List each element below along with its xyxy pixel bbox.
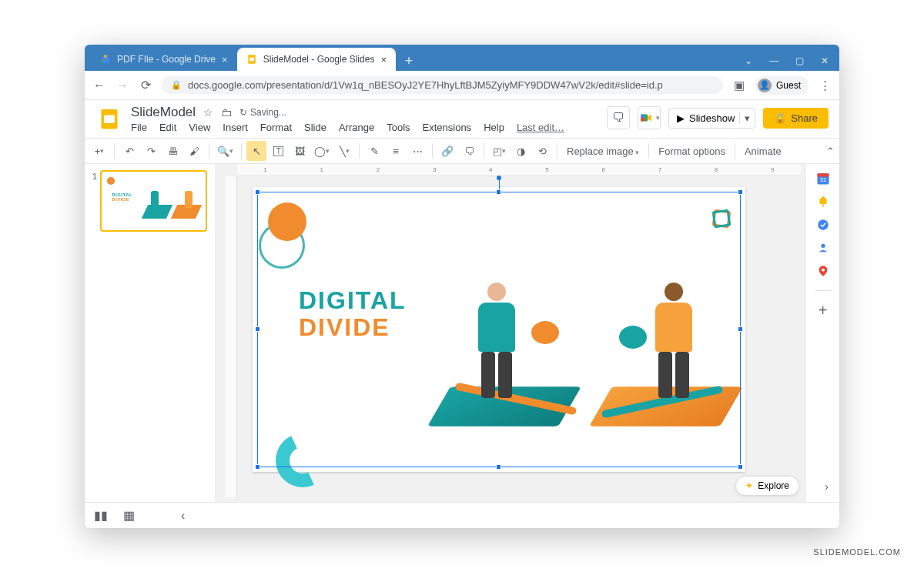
show-side-panel-button[interactable]: ›: [825, 480, 829, 493]
close-button[interactable]: ✕: [821, 55, 829, 66]
explore-button[interactable]: ✦ Explore: [735, 476, 799, 496]
meet-button[interactable]: ▾: [638, 106, 661, 129]
shape-tool[interactable]: ◯: [311, 141, 333, 161]
slide-number: 1: [92, 170, 97, 232]
canvas-area[interactable]: 1123456789 DIGITAL DIVIDE: [216, 164, 805, 502]
new-slide-button[interactable]: +: [89, 141, 109, 161]
line-tool[interactable]: ╲: [334, 141, 354, 161]
lock-icon: 🔒: [774, 112, 786, 124]
menu-arrange[interactable]: Arrange: [339, 122, 374, 133]
maps-icon[interactable]: [815, 263, 832, 279]
redo-button[interactable]: ↷: [141, 141, 161, 161]
contacts-icon[interactable]: [815, 239, 832, 256]
print-button[interactable]: 🖶: [162, 141, 182, 161]
explore-icon: ✦: [745, 480, 753, 491]
lock-icon: 🔒: [171, 80, 182, 90]
address-bar[interactable]: 🔒 docs.google.com/presentation/d/1Vw1q_n…: [162, 76, 723, 94]
slide-thumbnail-1[interactable]: DIGITALDIVIDE: [100, 170, 207, 232]
maximize-button[interactable]: ▢: [795, 55, 804, 66]
resize-handle-bm[interactable]: [496, 464, 501, 470]
menu-insert[interactable]: Insert: [223, 122, 248, 133]
back-button[interactable]: ←: [92, 79, 106, 92]
slide-canvas[interactable]: DIGITAL DIVIDE: [253, 187, 745, 472]
window-controls: ⌄ — ▢ ✕: [740, 55, 833, 71]
close-icon[interactable]: ×: [222, 54, 228, 65]
new-tab-button[interactable]: +: [399, 51, 419, 71]
avatar-icon: 👤: [758, 79, 772, 92]
close-icon[interactable]: ×: [380, 54, 387, 65]
star-icon[interactable]: ☆: [203, 106, 213, 119]
menu-help[interactable]: Help: [484, 122, 504, 133]
menu-view[interactable]: View: [189, 122, 210, 133]
resize-handle-ml[interactable]: [255, 326, 260, 332]
minimize-button[interactable]: —: [769, 55, 778, 66]
profile-button[interactable]: 👤 Guest: [755, 76, 808, 95]
menu-slide[interactable]: Slide: [304, 122, 326, 133]
resize-handle-tm[interactable]: [496, 189, 501, 195]
svg-point-15: [818, 219, 829, 230]
ruler-horizontal: 1123456789: [237, 164, 801, 176]
tab-pdf-file[interactable]: PDF FIle - Google Drive ×: [91, 48, 237, 71]
collapse-thumbnails-button[interactable]: ‹: [181, 509, 185, 523]
reset-image-button[interactable]: ⟲: [532, 141, 552, 161]
tab-slidemodel[interactable]: SlideModel - Google Slides ×: [237, 48, 396, 71]
comments-button[interactable]: 🗨: [607, 106, 630, 129]
slides-app-icon[interactable]: [95, 105, 123, 132]
grid-view-button[interactable]: ▦: [123, 508, 135, 523]
zoom-button[interactable]: 🔍: [214, 141, 236, 161]
resize-handle-mr[interactable]: [738, 326, 743, 332]
border-weight-button[interactable]: ≡: [386, 141, 406, 161]
slides-icon: [246, 54, 257, 65]
selection-box[interactable]: [257, 192, 741, 467]
menu-tools[interactable]: Tools: [387, 122, 410, 133]
menu-extensions[interactable]: Extensions: [423, 122, 472, 133]
chevron-down-icon[interactable]: ▾: [739, 112, 750, 124]
border-color-button[interactable]: ✎: [364, 141, 384, 161]
svg-marker-8: [648, 115, 651, 122]
menu-file[interactable]: File: [131, 122, 147, 133]
paint-format-button[interactable]: 🖌: [184, 141, 204, 161]
menu-format[interactable]: Format: [260, 122, 292, 133]
svg-text:31: 31: [819, 176, 825, 183]
comment-button[interactable]: 🗨: [459, 141, 479, 161]
crop-button[interactable]: ◰: [489, 141, 509, 161]
reload-button[interactable]: ⟳: [139, 78, 152, 92]
tasks-icon[interactable]: [815, 216, 832, 233]
share-button[interactable]: 🔒 Share: [763, 108, 829, 129]
chevron-down-icon[interactable]: ⌄: [745, 55, 752, 66]
last-edit-link[interactable]: Last edit…: [517, 122, 564, 133]
menu-edit[interactable]: Edit: [159, 122, 176, 133]
doc-title[interactable]: SlideModel: [131, 105, 196, 120]
mask-button[interactable]: ◑: [511, 141, 531, 161]
reading-mode-icon[interactable]: ▣: [732, 79, 746, 92]
add-addon-button[interactable]: +: [815, 302, 832, 319]
svg-rect-4: [249, 58, 254, 62]
link-button[interactable]: 🔗: [437, 141, 457, 161]
kebab-menu-button[interactable]: ⋮: [818, 79, 832, 92]
thumbnail-panel: 1 DIGITALDIVIDE: [85, 164, 216, 502]
doc-meta: SlideModel ☆ 🗀 ↻ Saving... File Edit Vie…: [131, 105, 599, 133]
replace-image-button[interactable]: Replace image: [562, 146, 644, 157]
forward-button[interactable]: →: [116, 79, 129, 92]
textbox-tool[interactable]: 🅃: [268, 141, 288, 161]
profile-label: Guest: [776, 80, 801, 91]
calendar-icon[interactable]: 31: [815, 170, 832, 187]
filmstrip-view-button[interactable]: ▮▮: [94, 508, 108, 523]
animate-button[interactable]: Animate: [740, 146, 786, 157]
image-tool[interactable]: 🖼: [290, 141, 310, 161]
format-options-button[interactable]: Format options: [654, 146, 730, 157]
select-tool[interactable]: ↖: [246, 141, 266, 161]
resize-handle-tr[interactable]: [738, 189, 743, 195]
move-icon[interactable]: 🗀: [221, 106, 232, 119]
undo-button[interactable]: ↶: [119, 141, 139, 161]
keep-icon[interactable]: [815, 193, 832, 210]
resize-handle-bl[interactable]: [255, 464, 260, 470]
border-dash-button[interactable]: ⋯: [407, 141, 427, 161]
svg-point-16: [821, 244, 825, 248]
slideshow-button[interactable]: ▶ Slideshow ▾: [668, 108, 755, 129]
resize-handle-tl[interactable]: [255, 189, 260, 195]
resize-handle-br[interactable]: [738, 464, 743, 470]
collapse-toolbar-button[interactable]: ⌃: [826, 146, 835, 157]
saving-status: ↻ Saving...: [239, 107, 286, 118]
footer: ▮▮ ▦ ‹: [85, 502, 839, 528]
